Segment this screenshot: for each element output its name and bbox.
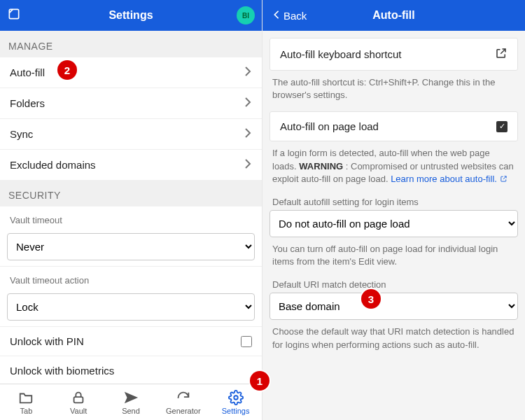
row-autofill[interactable]: Auto-fill <box>0 57 262 88</box>
folder-icon <box>18 390 34 405</box>
settings-title: Settings <box>0 9 262 22</box>
tab-label: Settings <box>222 407 250 415</box>
row-unlock-pin[interactable]: Unlock with PIN <box>0 327 262 356</box>
chevron-right-icon <box>244 127 252 141</box>
row-label: Auto-fill keyboard shortcut <box>280 48 401 60</box>
row-label: Auto-fill <box>10 66 45 78</box>
annotation-badge-1: 1 <box>250 371 270 391</box>
uri-match-help: Choose the default way that URI match de… <box>262 320 525 354</box>
uri-match-label: Default URI match detection <box>262 271 525 293</box>
chevron-right-icon <box>244 66 252 79</box>
checkbox-checked-icon[interactable]: ✓ <box>496 121 507 132</box>
vault-timeout-action-label: Vault timeout action <box>0 267 262 289</box>
tab-label: Tab <box>20 407 33 415</box>
chevron-left-icon <box>272 10 281 22</box>
tab-send[interactable]: Send <box>105 384 158 420</box>
autofill-header: Back Auto-fill <box>262 0 525 31</box>
tab-vault[interactable]: Vault <box>52 384 105 420</box>
row-unlock-biometrics[interactable]: Unlock with biometrics <box>0 356 262 384</box>
tab-generator[interactable]: Generator <box>157 384 209 420</box>
popout-icon[interactable] <box>7 7 21 24</box>
back-button[interactable]: Back <box>270 7 309 24</box>
settings-header: Settings BI <box>0 0 262 31</box>
annotation-badge-3: 3 <box>361 289 381 309</box>
tab-tab[interactable]: Tab <box>0 384 52 420</box>
gear-icon <box>228 390 244 405</box>
row-keyboard-shortcut[interactable]: Auto-fill keyboard shortcut <box>270 38 518 71</box>
vault-timeout-select[interactable]: Never <box>7 233 255 260</box>
refresh-icon <box>176 390 191 405</box>
learn-more-link[interactable]: Learn more about auto-fill. <box>391 174 507 184</box>
row-folders[interactable]: Folders <box>0 88 262 119</box>
vault-timeout-action-select[interactable]: Lock <box>7 293 255 321</box>
chevron-right-icon <box>244 97 252 110</box>
section-manage-title: MANAGE <box>0 31 262 57</box>
default-autofill-select[interactable]: Do not auto-fill on page load <box>270 210 518 237</box>
lock-icon <box>71 390 86 405</box>
tab-label: Generator <box>166 407 201 415</box>
section-security-title: SECURITY <box>0 180 262 206</box>
external-link-icon <box>495 47 507 62</box>
autofill-scroll: Auto-fill keyboard shortcut The auto-fil… <box>262 31 525 420</box>
settings-scroll: MANAGE Auto-fill Folders Sync Excluded d… <box>0 31 262 384</box>
default-autofill-help: You can turn off auto-fill on page load … <box>262 237 525 271</box>
row-label: Sync <box>10 128 33 140</box>
row-sync[interactable]: Sync <box>0 119 262 150</box>
autofill-pane: Back Auto-fill Auto-fill keyboard shortc… <box>262 0 525 420</box>
annotation-badge-2: 2 <box>57 60 77 80</box>
send-icon <box>123 390 139 405</box>
security-list: Vault timeout Never Vault timeout action… <box>0 206 262 384</box>
default-autofill-label: Default autofill setting for login items <box>262 188 525 210</box>
shortcut-help: The auto-fill shortcut is: Ctrl+Shift+P.… <box>262 71 525 104</box>
pageload-help: If a login form is detected, auto-fill w… <box>262 141 525 188</box>
row-excluded-domains[interactable]: Excluded domains <box>0 150 262 180</box>
row-pageload[interactable]: Auto-fill on page load ✓ <box>270 111 518 141</box>
tab-label: Vault <box>70 407 87 415</box>
row-label: Excluded domains <box>10 159 96 171</box>
vault-timeout-action-select-wrap: Lock <box>0 289 262 327</box>
vault-timeout-label: Vault timeout <box>0 206 262 229</box>
chevron-right-icon <box>244 158 252 172</box>
row-label: Unlock with biometrics <box>10 365 114 377</box>
row-label: Folders <box>10 97 45 109</box>
row-label: Auto-fill on page load <box>280 120 379 132</box>
uri-match-select[interactable]: Base domain <box>270 293 518 320</box>
manage-list: Auto-fill Folders Sync Excluded domains <box>0 57 262 180</box>
tab-bar: Tab Vault Send Generator Settings <box>0 384 262 420</box>
svg-rect-1 <box>74 397 83 402</box>
svg-point-2 <box>234 396 238 400</box>
back-label: Back <box>284 10 307 22</box>
unlock-pin-checkbox[interactable] <box>241 336 252 347</box>
tab-settings[interactable]: Settings <box>209 384 262 420</box>
row-label: Unlock with PIN <box>10 335 84 347</box>
settings-pane: Settings BI MANAGE Auto-fill Folders Syn… <box>0 0 262 420</box>
avatar[interactable]: BI <box>237 6 255 24</box>
warning-label: WARNING <box>299 161 343 172</box>
tab-label: Send <box>122 407 140 415</box>
vault-timeout-select-wrap: Never <box>0 229 262 267</box>
